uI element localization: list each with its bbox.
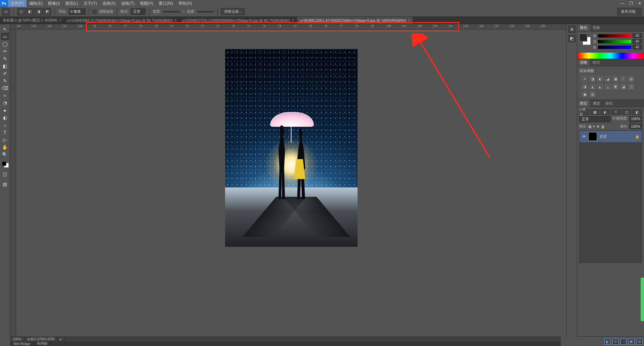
color-spectrum[interactable] <box>577 53 644 59</box>
notification-icon[interactable]: ⚙ <box>637 339 643 345</box>
notification-icon[interactable]: ◧ <box>604 339 610 345</box>
adjustment-icon[interactable]: ▣ <box>582 92 587 97</box>
tool-button[interactable]: T <box>1 129 9 136</box>
tool-button[interactable]: ⌂ <box>1 121 9 129</box>
tool-button[interactable]: ≈ <box>1 92 9 99</box>
menu-item[interactable]: 视图(V) <box>137 0 156 7</box>
tool-button[interactable]: ✎ <box>1 55 9 62</box>
layer-visibility-icon[interactable]: 👁 <box>582 134 586 138</box>
menu-item[interactable]: 图层(L) <box>63 0 81 7</box>
adjustment-icon[interactable]: ◩ <box>613 84 618 89</box>
adjustment-icon[interactable]: ▦ <box>613 76 618 81</box>
panel-scrollbar[interactable] <box>641 278 644 321</box>
layer-item[interactable]: 👁 背景 🔒 <box>580 131 642 142</box>
adjustment-icon[interactable]: ◬ <box>605 84 610 89</box>
tool-button[interactable]: ● <box>1 107 9 114</box>
fill-value[interactable]: 100% <box>629 124 642 129</box>
marquee-add-icon[interactable]: ◧ <box>26 8 34 15</box>
tool-button[interactable]: ◯ <box>1 40 9 48</box>
tool-button[interactable]: ↖ <box>1 25 9 33</box>
menu-item[interactable]: 文件(F) <box>8 0 26 7</box>
tab-layers[interactable]: 图层 <box>577 100 590 107</box>
layer-filter-i4[interactable]: ◫ <box>622 109 632 115</box>
menu-item[interactable]: 滤镜(T) <box>118 0 137 7</box>
r-slider[interactable] <box>598 34 631 38</box>
tab-close-icon[interactable]: × <box>59 18 61 22</box>
adjustment-icon[interactable]: ▥ <box>590 92 595 97</box>
blend-mode-select[interactable]: 正常 <box>579 116 611 122</box>
adjustment-icon[interactable]: ◫ <box>628 84 634 89</box>
tool-button[interactable]: 🔍 <box>1 151 9 158</box>
notification-icon[interactable]: ☽ <box>621 339 627 345</box>
history-panel-icon[interactable]: ≣ <box>568 25 576 33</box>
menu-item[interactable]: 选择(S) <box>100 0 118 7</box>
g-value[interactable]: 40 <box>633 39 642 44</box>
b-slider[interactable] <box>598 46 631 49</box>
width-input[interactable] <box>163 11 180 12</box>
opacity-value[interactable]: 100% <box>629 116 642 122</box>
tool-button[interactable]: ✋ <box>1 143 9 151</box>
status-arrow-icon[interactable]: ▸ <box>57 337 65 341</box>
workspace-switcher[interactable]: 基本功能 <box>617 8 642 15</box>
tab-close-icon[interactable]: × <box>292 18 294 22</box>
adjustment-icon[interactable]: ◐ <box>597 76 603 81</box>
marquee-subtract-icon[interactable]: ◨ <box>35 8 43 15</box>
adjustment-icon[interactable]: ◭ <box>597 84 603 89</box>
layer-filter-kind[interactable]: ρ 类型 <box>579 109 589 115</box>
menu-item[interactable]: 文字(Y) <box>81 0 100 7</box>
adjustment-icon[interactable]: ☀ <box>582 76 587 81</box>
tool-button[interactable]: ◫ <box>1 170 9 178</box>
tab-timeline[interactable]: 时间轴 <box>34 341 51 346</box>
window-minimize-button[interactable]: — <box>618 0 627 7</box>
window-maximize-button[interactable]: ❐ <box>627 0 635 7</box>
notification-icon[interactable]: ◩ <box>629 339 635 345</box>
tool-button[interactable]: ▷ <box>1 136 9 143</box>
adjustment-icon[interactable]: ◢ <box>605 76 610 81</box>
tool-button[interactable]: ◐ <box>1 114 9 121</box>
document-info[interactable]: 文档:1.07M/1.07M <box>24 337 57 342</box>
adjustment-icon[interactable]: ▤ <box>628 76 634 81</box>
marquee-new-icon[interactable]: ◻ <box>17 8 25 15</box>
adjustment-icon[interactable]: ◮ <box>590 84 595 89</box>
menu-item[interactable]: 窗口(W) <box>156 0 176 7</box>
tool-button[interactable]: ▭ <box>1 33 9 40</box>
tab-close-icon[interactable]: × <box>408 18 410 22</box>
tab-channels[interactable]: 通道 <box>590 100 603 107</box>
tool-button[interactable]: ⌫ <box>1 84 9 92</box>
adjustment-icon[interactable]: ◪ <box>621 84 626 89</box>
marquee-intersect-icon[interactable]: ◩ <box>43 8 51 15</box>
properties-panel-icon[interactable]: ◩ <box>568 35 576 42</box>
window-close-button[interactable]: ✕ <box>635 0 644 7</box>
menu-item[interactable]: 编辑(E) <box>26 0 45 7</box>
tool-button[interactable]: ✎ <box>1 77 9 84</box>
layer-filter-i1[interactable]: ▦ <box>590 109 600 115</box>
g-slider[interactable] <box>598 40 631 43</box>
tab-paths[interactable]: 路径 <box>603 100 615 107</box>
layer-filter-i3[interactable]: T <box>611 109 621 115</box>
tool-preset-icon[interactable]: ▭ <box>2 8 10 15</box>
height-input[interactable] <box>197 11 214 12</box>
tool-button[interactable]: ◧ <box>1 62 9 70</box>
tool-button[interactable]: ✐ <box>1 70 9 77</box>
tab-swatches[interactable]: 色板 <box>590 24 603 31</box>
tool-button[interactable]: ▤ <box>1 180 9 188</box>
style-select[interactable]: 正常 <box>131 8 146 15</box>
layer-filter-i2[interactable]: ◐ <box>600 109 610 115</box>
r-value[interactable]: 40 <box>633 34 642 38</box>
tab-adjustments[interactable]: 调整 <box>577 59 590 66</box>
layer-thumbnail[interactable] <box>588 132 597 141</box>
adjustment-icon[interactable]: ▽ <box>621 76 626 81</box>
canvas-image[interactable] <box>225 49 358 247</box>
antialias-checkbox[interactable] <box>93 10 97 14</box>
b-value[interactable]: 40 <box>633 45 642 49</box>
tab-styles[interactable]: 样式 <box>590 59 603 66</box>
menu-item[interactable]: 图像(I) <box>45 0 62 7</box>
tab-color[interactable]: 颜色 <box>577 24 590 31</box>
tool-button[interactable]: ◔ <box>1 99 9 107</box>
adjustment-icon[interactable]: ◑ <box>582 84 587 89</box>
document-tab[interactable]: 未标题-1 @ 50% (图层 1, RGB/8)× <box>0 17 64 24</box>
foreground-color-swatch[interactable] <box>579 34 587 42</box>
zoom-level[interactable]: 100% <box>10 337 24 341</box>
layer-filter-i5[interactable]: ◧ <box>632 109 642 115</box>
lock-all-icon[interactable]: 🔒 <box>601 125 605 128</box>
